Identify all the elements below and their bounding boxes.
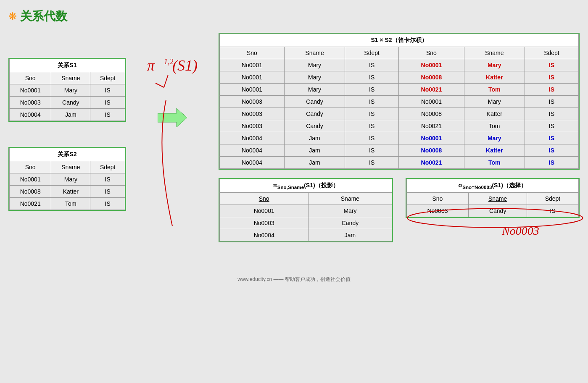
table-row: No0003CandyISNo0021TomIS xyxy=(220,120,579,132)
cart-right-8-0: No0021 xyxy=(399,157,464,169)
cart-left-2-2: IS xyxy=(345,84,399,96)
cart-left-4-2: IS xyxy=(345,108,399,120)
proj-cell-2-1: Jam xyxy=(309,229,392,241)
cart-right-7-1: Katter xyxy=(464,144,525,157)
proj-cell-1-1: Candy xyxy=(309,217,392,229)
s1-col-sname: Sname xyxy=(51,72,90,84)
cart-left-1-0: No0001 xyxy=(220,71,285,84)
sel-col-sname: Sname xyxy=(469,192,527,205)
proj-cell-1-0: No0003 xyxy=(220,217,309,229)
s1-cell-2-0: No0004 xyxy=(10,109,51,121)
footer: www.educity.cn —— 帮助客户成功，创造社会价值 xyxy=(8,276,580,283)
cart-left-8-2: IS xyxy=(345,157,399,169)
s1-cell-1-2: IS xyxy=(90,97,125,109)
s2-cell-0-2: IS xyxy=(90,173,125,186)
handwritten-note-svg: No0003 xyxy=(500,216,575,245)
page-title-area: ❋ 关系代数 xyxy=(8,8,580,24)
cart-right-5-2: IS xyxy=(525,120,578,132)
cart-right-2-2: IS xyxy=(525,84,578,96)
cart-right-0-2: IS xyxy=(525,59,578,71)
selection-title-text: σSno=No0003(S1)（选择） xyxy=(459,182,527,189)
s1-table-container: 关系S1 Sno Sname Sdept No0001MaryISNo0003C… xyxy=(8,58,126,122)
s2-cell-0-1: Mary xyxy=(51,173,90,186)
cart-left-5-0: No0003 xyxy=(220,120,285,132)
cart-left-5-2: IS xyxy=(345,120,399,132)
cart-right-1-2: IS xyxy=(525,71,578,84)
cart-left-1-1: Mary xyxy=(284,71,345,84)
s1-title: 关系S1 xyxy=(10,59,125,72)
svg-text:(S1): (S1) xyxy=(172,57,198,74)
cart-col-sdept1: Sdept xyxy=(345,47,399,59)
s1-col-sno: Sno xyxy=(10,72,51,84)
s2-table: 关系S2 Sno Sname Sdept No0001MaryISNo0008K… xyxy=(9,148,125,210)
table-row: No0001MaryISNo0008KatterIS xyxy=(220,71,579,84)
cart-right-7-0: No0008 xyxy=(399,144,464,157)
s2-table-container: 关系S2 Sno Sname Sdept No0001MaryISNo0008K… xyxy=(8,147,126,211)
cart-left-6-2: IS xyxy=(345,132,399,144)
sel-cell-0-2: IS xyxy=(527,205,578,217)
selection-table-container: σSno=No0003(S1)（选择） Sno Sname Sdept xyxy=(406,178,580,218)
page-container: ❋ 关系代数 关系S1 Sno Sname Sdept xyxy=(8,8,580,283)
cart-left-4-1: Candy xyxy=(284,108,345,120)
sel-cell-0-1: Candy xyxy=(469,205,527,217)
s2-title: 关系S2 xyxy=(10,148,125,161)
cart-left-2-0: No0001 xyxy=(220,84,285,96)
table-row: No0001Mary xyxy=(220,205,392,217)
arrow-svg xyxy=(158,108,187,127)
table-row: No0004JamIS xyxy=(10,109,125,121)
s1-cell-0-2: IS xyxy=(90,84,125,97)
cart-col-sname1: Sname xyxy=(284,47,345,59)
proj-cell-2-0: No0004 xyxy=(220,229,309,241)
svg-line-3 xyxy=(164,75,168,87)
cart-right-4-2: IS xyxy=(525,108,578,120)
s2-col-sname: Sname xyxy=(51,161,90,173)
cart-right-1-0: No0008 xyxy=(399,71,464,84)
cart-left-8-0: No0004 xyxy=(220,157,285,169)
svg-line-4 xyxy=(156,83,164,87)
s1-table: 关系S1 Sno Sname Sdept No0001MaryISNo0003C… xyxy=(9,59,125,121)
svg-text:No0003: No0003 xyxy=(501,224,539,237)
s2-cell-2-0: No0021 xyxy=(10,198,51,210)
cart-col-sno1: Sno xyxy=(220,47,285,59)
cart-right-6-1: Mary xyxy=(464,132,525,144)
cart-left-0-0: No0001 xyxy=(220,59,285,71)
proj-col-sname: Sname xyxy=(309,192,392,205)
table-row: No0003Candy xyxy=(220,217,392,229)
sel-col-sdept: Sdept xyxy=(527,192,578,205)
table-row: No0003CandyIS xyxy=(406,205,579,217)
green-arrow xyxy=(158,108,187,129)
right-section: S1 × S2（笛卡尔积） Sno Sname Sdept Sno Sname … xyxy=(219,33,580,242)
cart-left-3-2: IS xyxy=(345,96,399,108)
svg-marker-5 xyxy=(158,108,187,127)
s2-col-sdept: Sdept xyxy=(90,161,125,173)
s1-cell-1-1: Candy xyxy=(51,97,90,109)
cart-left-6-0: No0004 xyxy=(220,132,285,144)
s1-cell-0-0: No0001 xyxy=(10,84,51,97)
s2-col-sno: Sno xyxy=(10,161,51,173)
cart-right-6-0: No0001 xyxy=(399,132,464,144)
cart-right-2-0: No0021 xyxy=(399,84,464,96)
table-row: No0001MaryIS xyxy=(10,173,125,186)
projection-table: πSno,Sname(S1)（投影） Sno Sname xyxy=(219,179,392,241)
cart-left-8-1: Jam xyxy=(284,157,345,169)
cart-right-8-2: IS xyxy=(525,157,578,169)
s2-cell-2-2: IS xyxy=(90,198,125,210)
cart-left-3-0: No0003 xyxy=(220,96,285,108)
cart-col-sname2: Sname xyxy=(464,47,525,59)
table-row: No0003CandyISNo0008KatterIS xyxy=(220,108,579,120)
cart-right-1-1: Katter xyxy=(464,71,525,84)
table-row: No0004Jam xyxy=(220,229,392,241)
selection-table: σSno=No0003(S1)（选择） Sno Sname Sdept xyxy=(406,179,579,217)
cart-right-0-1: Mary xyxy=(464,59,525,71)
sel-cell-0-0: No0003 xyxy=(406,205,469,217)
cartesian-table-container: S1 × S2（笛卡尔积） Sno Sname Sdept Sno Sname … xyxy=(219,33,580,170)
title-icon: ❋ xyxy=(8,10,17,22)
projection-table-wrapper: πSno,Sname(S1)（投影） Sno Sname xyxy=(219,178,393,242)
middle-area: π 1,2 (S1) xyxy=(139,41,206,129)
cart-left-2-1: Mary xyxy=(284,84,345,96)
cart-col-sno2: Sno xyxy=(399,47,464,59)
table-row: No0003CandyIS xyxy=(10,97,125,109)
s1-cell-1-0: No0003 xyxy=(10,97,51,109)
table-row: No0004JamISNo0021TomIS xyxy=(220,157,579,169)
projection-title: πSno,Sname(S1)（投影） xyxy=(220,179,392,193)
